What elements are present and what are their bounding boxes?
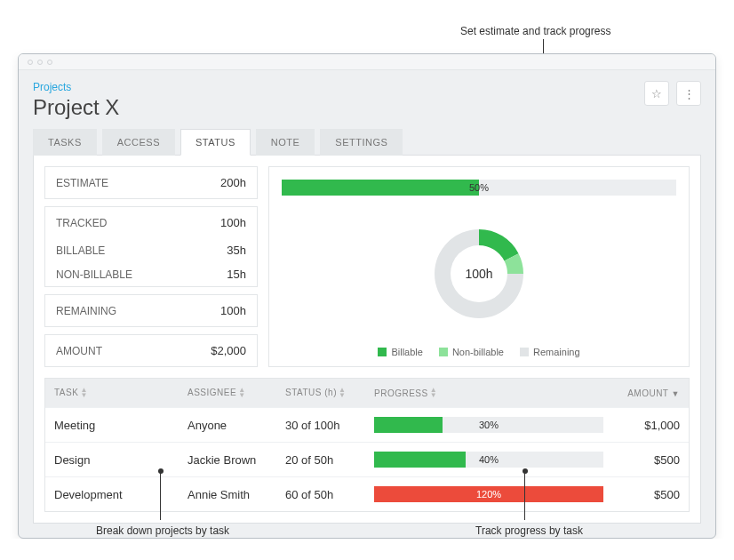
cell-assignee: Anyone [179, 410, 276, 441]
overall-progress-fill [282, 180, 479, 196]
col-progress[interactable]: PROGRESS▲▼ [365, 379, 618, 407]
swatch-billable [378, 348, 387, 356]
amount-label: AMOUNT [56, 345, 102, 357]
col-task[interactable]: TASK▲▼ [45, 379, 179, 407]
tracked-label: TRACKED [56, 217, 107, 229]
callout-line-bl [160, 471, 161, 520]
nonbillable-value: 15h [227, 268, 246, 281]
star-icon: ☆ [651, 87, 662, 100]
remaining-value: 100h [220, 304, 246, 317]
app-window: Projects Project X ☆ ⋮ TASKSACCESSSTATUS… [18, 53, 716, 539]
billable-value: 35h [227, 244, 246, 257]
overall-progress-bar: 50% [282, 180, 676, 196]
cell-progress: 120% [365, 477, 618, 511]
estimate-label: ESTIMATE [56, 177, 108, 189]
callout-line-br [524, 471, 525, 520]
col-assignee[interactable]: ASSIGNEE▲▼ [179, 379, 276, 407]
window-dot [28, 60, 33, 65]
legend-nonbillable: Non-billable [452, 347, 504, 357]
window-dot [37, 60, 43, 65]
tab-note[interactable]: NOTE [256, 129, 315, 156]
overall-progress-label: 50% [469, 182, 489, 193]
callout-dot-bl [158, 468, 164, 474]
progress-bar: 120% [374, 486, 603, 502]
legend-billable: Billable [391, 347, 422, 357]
breadcrumb[interactable]: Projects [33, 81, 119, 93]
progress-label: 120% [476, 489, 501, 500]
cell-assignee: Annie Smith [179, 479, 276, 510]
donut-center-label: 100h [465, 267, 492, 281]
progress-label: 30% [479, 420, 499, 430]
chart-column: 50% 100h Billable Non-billable Remaining [268, 166, 690, 367]
page-title: Project X [33, 95, 119, 120]
col-status[interactable]: STATUS (h)▲▼ [276, 379, 365, 407]
swatch-nonbillable [439, 348, 448, 356]
nonbillable-label: NON-BILLABLE [56, 268, 132, 281]
cell-status: 30 of 100h [276, 410, 365, 441]
donut-segment [479, 229, 519, 260]
progress-fill [374, 452, 466, 468]
table-row[interactable]: DevelopmentAnnie Smith60 of 50h120%$500 [45, 476, 689, 511]
cell-task: Meeting [45, 410, 179, 441]
cell-assignee: Jackie Brown [179, 444, 276, 476]
sort-icon: ▲▼ [339, 388, 346, 398]
table-header-row: TASK▲▼ ASSIGNEE▲▼ STATUS (h)▲▼ PROGRESS▲… [45, 379, 689, 407]
progress-label: 40% [479, 454, 499, 465]
billable-label: BILLABLE [56, 244, 105, 257]
swatch-remaining [520, 348, 529, 356]
tab-settings[interactable]: SETTINGS [320, 129, 403, 156]
sort-icon: ▲▼ [80, 388, 87, 398]
cell-amount: $500 [618, 479, 689, 510]
tab-bar: TASKSACCESSSTATUSNOTESETTINGS [33, 129, 701, 156]
chevron-down-icon: ▼ [672, 389, 680, 398]
progress-bar: 30% [374, 417, 603, 433]
cell-amount: $500 [618, 444, 689, 476]
cell-amount: $1,000 [618, 410, 689, 441]
cell-task: Development [45, 479, 179, 510]
kebab-icon: ⋮ [683, 87, 694, 100]
donut-legend: Billable Non-billable Remaining [282, 347, 676, 357]
status-panel: ESTIMATE 200h TRACKED 100h BILLABLE 35h [33, 155, 701, 524]
tracked-value: 100h [220, 216, 246, 229]
tab-access[interactable]: ACCESS [102, 129, 175, 156]
cell-progress: 40% [365, 443, 618, 476]
annotation-bottom-left: Break down projects by task [96, 524, 229, 537]
task-table: TASK▲▼ ASSIGNEE▲▼ STATUS (h)▲▼ PROGRESS▲… [44, 378, 690, 512]
window-titlebar [19, 54, 715, 70]
estimate-value: 200h [220, 176, 246, 189]
callout-dot-br [523, 468, 528, 474]
amount-value: $2,000 [211, 344, 246, 357]
progress-fill [374, 417, 443, 433]
cell-status: 20 of 50h [276, 444, 365, 476]
sort-icon: ▲▼ [238, 388, 245, 398]
more-button[interactable]: ⋮ [676, 81, 701, 106]
legend-remaining: Remaining [533, 347, 580, 357]
favorite-button[interactable]: ☆ [644, 81, 669, 106]
table-row[interactable]: MeetingAnyone30 of 100h30%$1,000 [45, 407, 689, 442]
cell-progress: 30% [365, 408, 618, 442]
table-row[interactable]: DesignJackie Brown20 of 50h40%$500 [45, 442, 689, 476]
annotation-top: Set estimate and track progress [460, 25, 610, 37]
cell-status: 60 of 50h [276, 479, 365, 510]
sort-icon: ▲▼ [430, 388, 437, 398]
tab-tasks[interactable]: TASKS [33, 129, 97, 156]
annotation-bottom-right: Track progress by task [475, 524, 583, 537]
tab-status[interactable]: STATUS [180, 129, 251, 156]
window-dot [47, 60, 52, 65]
progress-bar: 40% [374, 452, 603, 468]
stats-column: ESTIMATE 200h TRACKED 100h BILLABLE 35h [44, 166, 258, 367]
col-amount[interactable]: AMOUNT ▼ [618, 380, 689, 407]
remaining-label: REMAINING [56, 305, 116, 317]
